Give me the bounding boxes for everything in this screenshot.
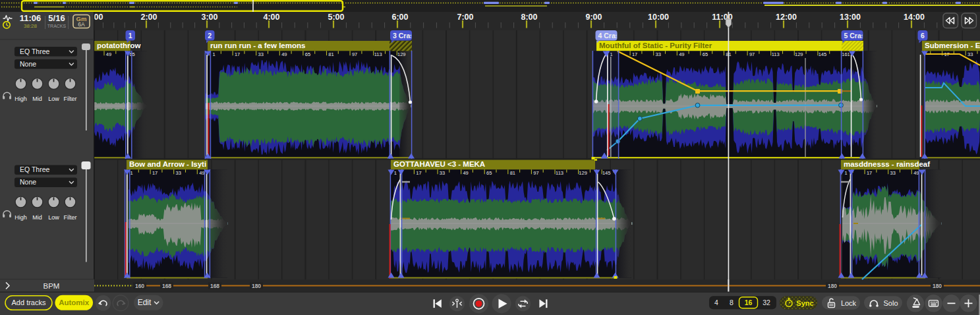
svg-text:3 Cras: 3 Cras [393,32,414,40]
svg-text:Filter: Filter [64,214,77,221]
svg-text:Automix: Automix [59,299,90,306]
svg-text:TRACKS: TRACKS [47,24,67,28]
svg-text:2:00: 2:00 [140,13,157,22]
svg-text:1: 1 [130,170,132,176]
svg-text:Lock: Lock [841,299,857,307]
svg-text:1: 1 [394,170,397,176]
svg-text:49: 49 [281,51,287,57]
svg-text:Sync: Sync [796,299,813,307]
svg-text:5 Cras: 5 Cras [844,32,865,40]
svg-text:9:00: 9:00 [585,13,602,22]
svg-text:BPM: BPM [43,282,60,290]
svg-text:6:00: 6:00 [391,13,408,22]
svg-text:6: 6 [921,32,925,40]
svg-text:17: 17 [632,51,637,57]
svg-text:1: 1 [212,51,215,57]
svg-text:17: 17 [416,170,421,176]
svg-text:16: 16 [745,299,753,306]
svg-text:33: 33 [440,170,445,176]
svg-text:161: 161 [842,51,850,57]
svg-text:Mouthful of Static - Purity Fi: Mouthful of Static - Purity Filter [599,42,712,49]
svg-text:113: 113 [374,51,382,57]
svg-text:33: 33 [890,170,896,176]
svg-text:Filter: Filter [64,96,77,102]
svg-text:6A: 6A [78,21,85,28]
svg-text:Edit: Edit [138,298,152,307]
svg-text:None: None [20,178,36,186]
svg-text:11:06: 11:06 [20,13,42,23]
svg-text:160: 160 [135,283,144,289]
svg-text:EQ Three: EQ Three [20,165,49,173]
svg-text:Low: Low [48,214,59,221]
svg-text:GOTTAHAVEU <3 - MEKA: GOTTAHAVEU <3 - MEKA [393,160,485,168]
svg-text:49: 49 [913,170,919,176]
svg-text:Mid: Mid [32,96,42,102]
svg-text:145: 145 [602,170,611,176]
svg-text:33: 33 [656,51,661,57]
svg-text:Add tracks: Add tracks [12,299,46,306]
svg-text:65: 65 [486,170,492,176]
svg-text:Low: Low [48,96,59,102]
svg-text:17: 17 [152,170,158,176]
svg-text:33: 33 [176,170,181,176]
svg-text:5/16: 5/16 [48,13,65,23]
svg-text:113: 113 [772,51,780,57]
svg-text:65: 65 [703,51,708,57]
svg-text:1: 1 [844,170,847,176]
svg-text:168: 168 [162,283,171,289]
svg-text:High: High [14,214,27,221]
svg-text:65: 65 [305,51,310,57]
svg-text:EQ Three: EQ Three [20,47,49,55]
svg-text:49: 49 [679,51,684,57]
svg-text:Bow and Arrow - Isyti: Bow and Arrow - Isyti [129,160,206,168]
svg-text:4 Cras: 4 Cras [598,32,620,40]
svg-text:14:00: 14:00 [904,13,925,22]
svg-text:97: 97 [352,51,357,57]
svg-text:8: 8 [730,299,734,306]
svg-text:8:00: 8:00 [521,13,537,22]
svg-text:Submersion - Exodus: Submersion - Exodus [925,42,980,49]
svg-text:5:00: 5:00 [328,13,344,22]
svg-text:180: 180 [933,283,942,289]
svg-text:12:00: 12:00 [776,13,797,22]
svg-text:129: 129 [795,51,803,57]
svg-text:run run run - a few lemons: run run run - a few lemons [210,42,305,49]
svg-text:33: 33 [258,51,264,57]
svg-text:180: 180 [828,283,837,289]
svg-text:potatothrow: potatothrow [97,42,140,49]
svg-text:4:00: 4:00 [263,13,279,22]
svg-text:3:00: 3:00 [201,13,217,22]
svg-text:38:28: 38:28 [24,23,38,29]
svg-text:17: 17 [867,170,872,176]
svg-text:145: 145 [819,51,827,57]
svg-text:97: 97 [533,170,538,176]
svg-text:180: 180 [252,283,261,289]
svg-text:81: 81 [510,170,515,176]
svg-text:32: 32 [763,299,770,306]
svg-text:2: 2 [208,32,212,40]
svg-text:49: 49 [463,170,468,176]
svg-text:High: High [14,96,27,102]
svg-text:None: None [20,60,36,68]
svg-text:Mid: Mid [32,214,42,221]
svg-text:113: 113 [556,170,563,176]
svg-text:7:00: 7:00 [457,13,473,22]
svg-text:4: 4 [714,299,718,306]
svg-text:81: 81 [328,51,333,57]
svg-text:168: 168 [210,283,219,289]
svg-text:129: 129 [579,170,587,176]
svg-text:49: 49 [199,170,204,176]
svg-text:17: 17 [235,51,240,57]
svg-text:13:00: 13:00 [840,13,861,22]
svg-text:Solo: Solo [883,299,898,307]
svg-text:masddnesss - rainsdeaf: masddnesss - rainsdeaf [844,160,930,168]
svg-text:10:00: 10:00 [648,13,669,22]
svg-text:129: 129 [397,51,406,57]
svg-text:33: 33 [967,51,973,57]
svg-text:97: 97 [749,51,755,57]
svg-text:49: 49 [106,51,111,57]
svg-text:1: 1 [129,32,132,40]
